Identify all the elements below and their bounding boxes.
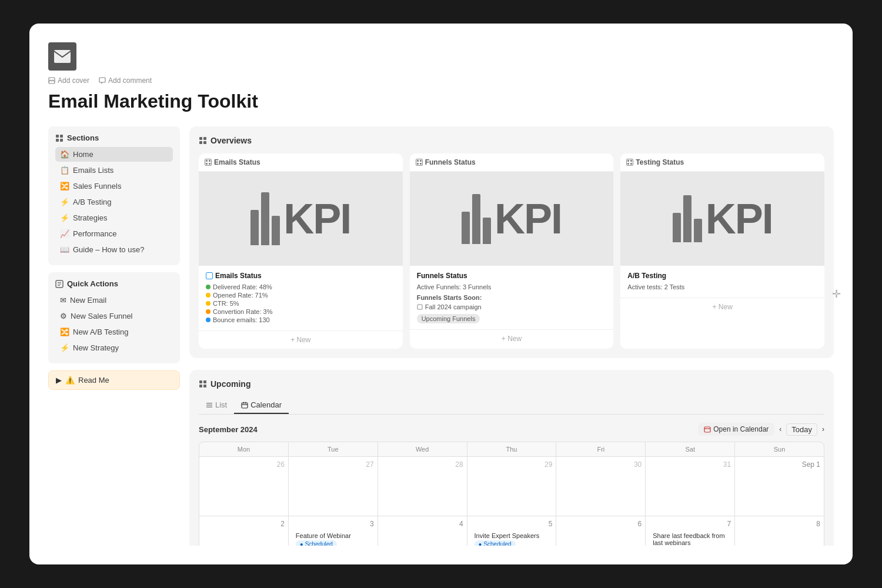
new-email-label: New Email: [70, 296, 106, 305]
sidebar-item-sales-funnels[interactable]: 🔀 Sales Funnels: [55, 179, 173, 193]
tab-calendar-label: Calendar: [250, 400, 282, 409]
col-sun: Sun: [735, 442, 824, 456]
date-28: 28: [382, 460, 463, 469]
cal-cell-2[interactable]: 2: [199, 516, 288, 546]
expand-handle[interactable]: ✛: [832, 288, 841, 300]
cal-cell-3[interactable]: 3 Feature of Webinar ● Scheduled Promoti…: [289, 516, 377, 546]
sidebar-item-home[interactable]: 🏠 Home: [55, 147, 173, 162]
tab-calendar[interactable]: Calendar: [234, 397, 289, 414]
open-calendar-button[interactable]: Open in Calendar: [698, 423, 774, 436]
sidebar: Sections 🏠 Home 📋 Emails Lists 🔀 Sales F…: [48, 126, 189, 546]
funnels-add-new[interactable]: + New: [410, 329, 614, 348]
svg-rect-5: [56, 139, 59, 142]
cal-cell-27[interactable]: 27: [289, 457, 377, 516]
event-feature-webinar[interactable]: Feature of Webinar ● Scheduled Promotion: [292, 530, 374, 546]
svg-rect-6: [60, 139, 63, 142]
sidebar-item-guide[interactable]: 📖 Guide – How to use?: [55, 242, 173, 257]
stat-opened: Opened Rate: 71%: [206, 292, 396, 299]
overviews-header: Overviews: [199, 136, 824, 145]
stat-conversion: Convertion Rate: 3%: [206, 308, 396, 315]
svg-rect-15: [206, 163, 208, 165]
today-button[interactable]: Today: [786, 423, 817, 436]
quick-action-new-email[interactable]: ✉ New Email: [55, 293, 173, 308]
cal-cell-7[interactable]: 7 Share last feedback from last webinars…: [646, 516, 734, 546]
sidebar-item-performance[interactable]: 📈 Performance: [55, 226, 173, 241]
cal-cell-4[interactable]: 4: [378, 516, 467, 546]
cal-cell-5[interactable]: 5 Invite Expert Speakers ● Scheduled Pro…: [467, 516, 556, 546]
cal-cell-29[interactable]: 29: [467, 457, 556, 516]
kpi-card-funnels: Funnels Status KPI Funnels Status: [410, 153, 614, 349]
quick-action-new-ab-testing[interactable]: 🔀 New A/B Testing: [55, 325, 173, 339]
add-cover-button[interactable]: Add cover: [48, 76, 89, 85]
funnels-card-title: Funnels Status: [417, 272, 607, 280]
quick-actions-icon: [55, 280, 64, 288]
date-31: 31: [649, 460, 731, 469]
funnels-card-header-label: Funnels Status: [425, 158, 476, 166]
ab-testing-icon: ⚡: [60, 198, 69, 206]
open-calendar-label: Open in Calendar: [713, 425, 769, 433]
dot-bounce: [206, 318, 211, 322]
testing-add-new[interactable]: + New: [620, 298, 824, 316]
col-wed: Wed: [378, 442, 467, 456]
guide-icon: 📖: [60, 245, 69, 254]
quick-action-new-sales-funnel[interactable]: ⚙ New Sales Funnel: [55, 309, 173, 323]
emails-bar-chart: [250, 192, 280, 245]
funnels-active: Active Funnels: 3 Funnels: [417, 283, 607, 290]
svg-rect-21: [417, 163, 419, 165]
sidebar-item-strategies[interactable]: ⚡ Strategies: [55, 211, 173, 225]
svg-rect-9: [203, 137, 206, 140]
tab-list[interactable]: List: [199, 397, 234, 414]
sidebar-item-emails-lists[interactable]: 📋 Emails Lists: [55, 163, 173, 178]
stat-ctr: CTR: 5%: [206, 300, 396, 307]
sidebar-performance-label: Performance: [73, 229, 116, 238]
cal-cell-26[interactable]: 26: [199, 457, 288, 516]
date-2: 2: [203, 520, 285, 528]
testing-card-header-label: Testing Status: [636, 158, 684, 166]
main-content: Sections 🏠 Home 📋 Emails Lists 🔀 Sales F…: [29, 126, 853, 564]
col-sat: Sat: [646, 442, 734, 456]
svg-rect-38: [245, 402, 246, 403]
page-icon: [48, 42, 76, 71]
svg-rect-36: [242, 403, 248, 408]
sidebar-item-read-me[interactable]: ▶ ⚠️ Read Me: [48, 370, 180, 390]
cal-cell-28[interactable]: 28: [378, 457, 467, 516]
add-cover-label: Add cover: [58, 76, 89, 85]
testing-active: Active tests: 2 Tests: [627, 283, 817, 290]
svg-rect-19: [417, 160, 419, 162]
funnels-bar-chart: [462, 194, 491, 244]
nav-chevron-right[interactable]: ›: [822, 425, 824, 433]
cal-cell-sep1[interactable]: Sep 1: [735, 457, 824, 516]
funnels-kpi-visual: KPI: [410, 172, 614, 266]
cal-cell-30[interactable]: 30: [556, 457, 645, 516]
strategies-icon: ⚡: [60, 213, 69, 222]
emails-add-new[interactable]: + New: [199, 330, 403, 349]
sections-label: Sections: [67, 133, 99, 142]
svg-rect-22: [420, 163, 422, 165]
date-6: 6: [560, 520, 642, 528]
svg-rect-10: [199, 141, 202, 144]
event-invite-speakers[interactable]: Invite Expert Speakers ● Scheduled Promo…: [471, 530, 553, 546]
upcoming-label: Upcoming: [211, 379, 250, 389]
quick-action-new-strategy[interactable]: ⚡ New Strategy: [55, 340, 173, 355]
bar-2: [261, 192, 269, 245]
date-27: 27: [292, 460, 374, 469]
cal-cell-8[interactable]: 8: [735, 516, 824, 546]
performance-icon: 📈: [60, 229, 69, 238]
testing-card-title: A/B Testing: [627, 272, 817, 280]
nav-chevron-left[interactable]: ‹: [779, 425, 781, 433]
cal-cell-6[interactable]: 6: [556, 516, 645, 546]
sidebar-item-ab-testing[interactable]: ⚡ A/B Testing: [55, 195, 173, 209]
cal-cell-31[interactable]: 31: [646, 457, 734, 516]
svg-rect-27: [627, 163, 629, 165]
event-title-share-feedback: Share last feedback from last webinars: [653, 532, 727, 546]
sections-icon: [55, 134, 64, 142]
svg-rect-3: [56, 135, 59, 138]
svg-rect-31: [199, 385, 202, 387]
svg-rect-37: [243, 402, 245, 403]
funnels-card-header: Funnels Status: [410, 153, 614, 172]
svg-rect-16: [209, 163, 211, 165]
date-sep1: Sep 1: [739, 460, 820, 469]
add-comment-button[interactable]: Add comment: [99, 76, 152, 85]
event-share-feedback[interactable]: Share last feedback from last webinars ●…: [649, 530, 731, 546]
testing-card-body: A/B Testing Active tests: 2 Tests: [620, 266, 824, 298]
